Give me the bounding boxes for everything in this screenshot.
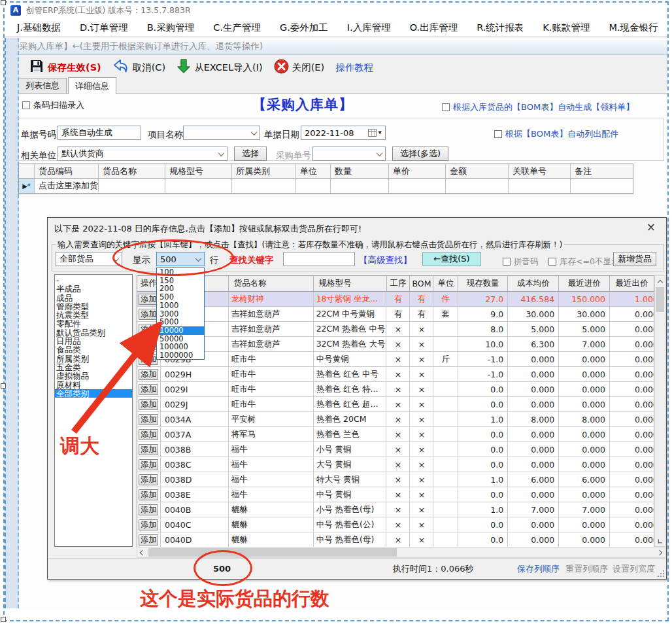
add-to-order-button[interactable]: 添加 bbox=[139, 444, 158, 455]
inventory-row[interactable]: 添加 吉祥如意葫芦 22CM 中号黄铜 有 有 套 9.0 30.000 30.… bbox=[137, 307, 654, 322]
tab-list-info[interactable]: 列表信息 bbox=[18, 78, 67, 94]
add-to-order-button[interactable]: 添加 bbox=[139, 339, 158, 350]
keyword-input[interactable] bbox=[283, 252, 355, 266]
inventory-row[interactable]: 添加 0029I 旺市牛 热着色 红色 特... × × 0.0 0.000 0… bbox=[137, 382, 654, 397]
menu-item-orders[interactable]: D.订单管理 bbox=[80, 22, 128, 34]
add-to-order-button[interactable]: 添加 bbox=[139, 384, 158, 395]
category-item[interactable]: - bbox=[55, 276, 132, 285]
add-to-order-button[interactable]: 添加 bbox=[139, 324, 158, 335]
category-item[interactable]: 默认货品类别 bbox=[55, 328, 132, 337]
tutorial-link[interactable]: 操作教程 bbox=[333, 60, 376, 75]
horizontal-scrollbar[interactable] bbox=[137, 547, 665, 558]
scroll-down-icon[interactable] bbox=[653, 534, 667, 548]
add-to-order-button[interactable]: 添加 bbox=[139, 429, 158, 440]
category-item[interactable]: 全部类别 bbox=[55, 389, 132, 398]
inventory-row[interactable]: 添加 0029J 旺市牛 热着色 红色 超... × × 0.0 0.000 0… bbox=[137, 397, 654, 412]
dialog-close-icon[interactable]: × bbox=[647, 220, 656, 234]
category-item[interactable]: 虚拟物品 bbox=[55, 372, 132, 380]
category-item[interactable]: 日用品 bbox=[55, 337, 132, 345]
add-to-order-button[interactable]: 添加 bbox=[139, 369, 158, 380]
add-to-order-button[interactable]: 添加 bbox=[139, 309, 158, 320]
col-header[interactable]: 货品编码 bbox=[35, 164, 99, 179]
col-header[interactable]: 货品名称 bbox=[99, 164, 165, 179]
date-dropdown-icon[interactable]: ▼ bbox=[378, 130, 382, 135]
advanced-search-link[interactable]: 【高级查找】 bbox=[359, 254, 412, 269]
scroll-up-icon[interactable] bbox=[655, 276, 665, 286]
pinyin-checkbox[interactable]: 拼音码 bbox=[503, 254, 539, 269]
col-header[interactable]: 工序 bbox=[387, 276, 411, 292]
col-header[interactable]: 关联单号 bbox=[509, 164, 571, 179]
new-item-button[interactable]: 新增货品 bbox=[613, 252, 656, 266]
inventory-row[interactable]: 添加 0038B 福牛 小号 黄铜 × × 0.0 0.000 0.000 0.… bbox=[137, 442, 654, 457]
menu-item-outsourcing[interactable]: G.委外加工 bbox=[280, 22, 328, 34]
select-multi-button[interactable]: 选择(多选) bbox=[392, 147, 448, 161]
category-item[interactable]: 半成品 bbox=[55, 285, 132, 293]
col-header[interactable]: 所属类别 bbox=[232, 164, 296, 179]
barcode-scan-checkbox[interactable]: 条码扫描录入 bbox=[22, 99, 84, 111]
col-header[interactable]: 单位 bbox=[433, 276, 458, 292]
excel-import-button[interactable]: 从EXCEL导入(I) bbox=[174, 57, 265, 78]
reset-column-order-link[interactable]: 重置列顺序 bbox=[565, 563, 608, 575]
cancel-button[interactable]: 取消(C) bbox=[110, 57, 168, 78]
close-button[interactable]: 关闭(E) bbox=[271, 58, 327, 78]
menu-item-purchase[interactable]: B.采购管理 bbox=[147, 22, 195, 34]
inventory-row[interactable]: 添加 0038C 福牛 大号 黄铜 × × 0.0 0.000 0.000 0.… bbox=[137, 457, 654, 472]
dropdown-option[interactable]: 10000 bbox=[157, 326, 204, 335]
inventory-row[interactable]: 添加 0029B 旺市牛 中号黄铜 × × 斤 -1.0 0.000 0.000… bbox=[137, 352, 654, 367]
resize-grip[interactable] bbox=[657, 570, 665, 578]
category-filter-select[interactable]: 全部货品 bbox=[56, 252, 122, 266]
inventory-row[interactable]: 添加 0040C 貔貅 中号 热着色(公) × × 0.0 0.000 0.00… bbox=[137, 517, 654, 532]
add-to-order-button[interactable]: 添加 bbox=[139, 414, 158, 425]
calendar-icon[interactable] bbox=[368, 129, 377, 137]
add-to-order-button[interactable]: 添加 bbox=[139, 474, 158, 485]
add-item-hint[interactable]: 点击这里添加货品 bbox=[35, 179, 99, 194]
col-header[interactable]: 数量 bbox=[331, 164, 389, 179]
menu-item-reports[interactable]: R.统计报表 bbox=[477, 22, 524, 34]
po-select[interactable] bbox=[312, 147, 386, 161]
selection-handle[interactable] bbox=[1, 617, 6, 622]
category-item[interactable]: 成品 bbox=[55, 294, 132, 302]
bom-list-checkbox[interactable]: 根据【BOM表】自动列出配件 bbox=[494, 128, 618, 140]
inventory-row[interactable]: 添加 吉祥如意葫芦 22CM 热着色 中号 × × 8.0 5.000 5.00… bbox=[137, 322, 654, 337]
add-to-order-button[interactable]: 添加 bbox=[139, 354, 158, 365]
col-header[interactable]: 规格型号 bbox=[165, 164, 232, 179]
scroll-right-icon[interactable] bbox=[657, 549, 662, 555]
category-list[interactable]: - 半成品 成品 管廊类型 抗震类型 零配件 默认货品类别 日用品 食品类 所属… bbox=[54, 274, 133, 547]
col-header[interactable]: BOM bbox=[410, 276, 433, 292]
add-to-order-button[interactable]: 添加 bbox=[139, 519, 158, 530]
bom-generate-checkbox[interactable]: 根据入库货品的【BOM表】自动生成【领料单】 bbox=[442, 101, 634, 113]
col-header[interactable]: 单位 bbox=[296, 164, 331, 179]
col-header[interactable]: 最近进价 bbox=[559, 276, 610, 292]
supplier-select[interactable]: 默认供货商 bbox=[58, 147, 227, 161]
menu-item-production[interactable]: C.生产管理 bbox=[213, 22, 261, 34]
inventory-row[interactable]: 添加 0038E 福牛 中号 黄铜 × × 0.0 0.000 0.000 0.… bbox=[137, 487, 654, 502]
menu-item-cash-bank[interactable]: M.现金银行 bbox=[609, 22, 658, 34]
save-button[interactable]: 保存生效(S) bbox=[26, 57, 104, 78]
category-item[interactable]: 所属类别 bbox=[55, 355, 132, 363]
scrollbar-thumb[interactable] bbox=[656, 287, 664, 312]
add-to-order-button[interactable]: 添加 bbox=[139, 399, 158, 410]
add-to-order-button[interactable]: 添加 bbox=[139, 534, 158, 546]
menu-item-inbound[interactable]: I.入库管理 bbox=[347, 22, 391, 34]
hide-zero-checkbox[interactable]: 库存<=0不显示 bbox=[548, 254, 619, 269]
search-button[interactable]: ←查找(S) bbox=[422, 252, 481, 266]
menu-item-accounts[interactable]: K.账款管理 bbox=[543, 22, 590, 34]
save-column-order-link[interactable]: 保存列顺序 bbox=[517, 563, 560, 575]
category-item[interactable]: 五金类 bbox=[55, 363, 132, 372]
select-supplier-button[interactable]: 选择 bbox=[234, 147, 267, 161]
dropdown-option[interactable]: 1000 bbox=[157, 302, 204, 310]
menu-item-outbound[interactable]: O.出库管理 bbox=[410, 22, 458, 34]
add-to-order-button[interactable]: 添加 bbox=[139, 504, 158, 515]
rows-count-dropdown[interactable]: 100 150 200 500 1000 3000 5000 10000 500… bbox=[156, 268, 205, 360]
category-item[interactable]: 零配件 bbox=[55, 319, 132, 328]
add-item-row[interactable]: ▶* 点击这里添加货品 bbox=[19, 179, 633, 194]
dropdown-option[interactable]: 500 bbox=[157, 293, 204, 302]
category-item[interactable]: 抗震类型 bbox=[55, 311, 132, 319]
date-input[interactable]: 2022-11-08 ▼ bbox=[301, 126, 386, 140]
col-header[interactable]: 最近出价 bbox=[610, 276, 654, 292]
col-header[interactable]: 现存数量 bbox=[458, 276, 508, 292]
dropdown-option[interactable]: 1000000 bbox=[157, 351, 204, 360]
scrollbar-thumb[interactable] bbox=[148, 548, 397, 557]
menu-item-base-data[interactable]: J.基础数据 bbox=[17, 22, 61, 34]
category-item[interactable]: 管廊类型 bbox=[55, 302, 132, 311]
